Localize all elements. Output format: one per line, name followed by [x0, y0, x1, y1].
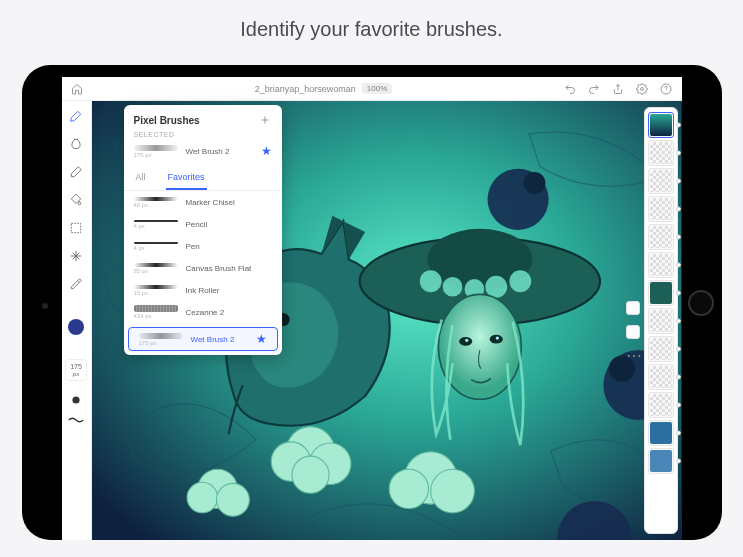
layer-thumb[interactable] [648, 196, 674, 222]
help-icon[interactable] [659, 82, 673, 96]
view-mode-icon[interactable] [626, 325, 640, 339]
smudge-tool-icon[interactable] [67, 135, 85, 153]
svg-point-28 [389, 469, 428, 508]
undo-icon[interactable] [563, 82, 577, 96]
favorite-star-icon[interactable]: ★ [261, 144, 272, 158]
app-screen: 2_brianyap_horsewoman 100% [62, 77, 682, 540]
settings-icon[interactable] [635, 82, 649, 96]
svg-point-31 [187, 482, 218, 513]
eyedropper-tool-icon[interactable] [67, 275, 85, 293]
layer-thumb[interactable] [648, 308, 674, 334]
canvas-side-controls: ⋯ [626, 301, 640, 363]
brush-size-unit: px [73, 371, 79, 377]
redo-icon[interactable] [587, 82, 601, 96]
layer-thumb[interactable] [648, 112, 674, 138]
svg-point-14 [442, 277, 462, 297]
workspace: 175px [62, 101, 682, 540]
canvas[interactable]: Pixel Brushes SELECTED 175 px Wet Brush … [92, 101, 682, 540]
layer-thumb[interactable] [648, 364, 674, 390]
layers-panel [644, 107, 678, 534]
ipad-home-button [688, 290, 714, 316]
add-brush-icon[interactable] [258, 113, 272, 127]
layer-thumb[interactable] [648, 168, 674, 194]
svg-point-22 [495, 336, 498, 339]
brush-row[interactable]: 4 px Pen [124, 235, 282, 257]
zoom-badge[interactable]: 100% [362, 83, 392, 94]
brush-row-selected[interactable]: 175 px Wet Brush 2 ★ [128, 327, 278, 351]
left-toolbar: 175px [62, 101, 92, 540]
tab-all[interactable]: All [134, 166, 148, 190]
layer-thumb[interactable] [648, 224, 674, 250]
brush-size-value: 175 [70, 363, 82, 370]
brush-row[interactable]: 40 px Marker Chisel [124, 191, 282, 213]
svg-point-6 [523, 172, 545, 194]
stroke-shape-wave[interactable] [67, 411, 85, 421]
more-icon[interactable]: ⋯ [626, 349, 640, 363]
ipad-camera [42, 303, 48, 309]
svg-point-0 [641, 87, 644, 90]
svg-point-16 [485, 276, 507, 298]
svg-point-3 [72, 396, 79, 403]
svg-point-29 [430, 469, 474, 513]
svg-rect-2 [71, 223, 80, 232]
color-swatch[interactable] [68, 319, 84, 335]
layer-thumb[interactable] [648, 448, 674, 474]
layer-thumb[interactable] [648, 392, 674, 418]
brush-row[interactable]: 4 px Pencil [124, 213, 282, 235]
svg-point-13 [419, 270, 441, 292]
ipad-frame: 2_brianyap_horsewoman 100% [22, 65, 722, 540]
selected-brush-row[interactable]: 175 px Wet Brush 2 ★ [124, 138, 282, 164]
document-filename: 2_brianyap_horsewoman [255, 84, 356, 94]
brush-thumb: 175 px [134, 144, 178, 158]
transform-tool-icon[interactable] [67, 247, 85, 265]
tab-favorites[interactable]: Favorites [166, 166, 207, 190]
svg-point-32 [216, 483, 249, 516]
layer-thumb[interactable] [648, 280, 674, 306]
brush-panel-title: Pixel Brushes [134, 115, 200, 126]
brush-row[interactable]: 35 px Canvas Brush Flat [124, 257, 282, 279]
brush-tabs: All Favorites [124, 166, 282, 191]
fill-tool-icon[interactable] [67, 191, 85, 209]
brush-tool-icon[interactable] [67, 107, 85, 125]
home-icon[interactable] [70, 82, 84, 96]
brush-size-chip[interactable]: 175px [65, 359, 87, 381]
fullscreen-icon[interactable] [626, 301, 640, 315]
selected-brush-name: Wet Brush 2 [186, 147, 253, 156]
selection-tool-icon[interactable] [67, 219, 85, 237]
eraser-tool-icon[interactable] [67, 163, 85, 181]
brush-popover: Pixel Brushes SELECTED 175 px Wet Brush … [124, 105, 282, 355]
share-icon[interactable] [611, 82, 625, 96]
topbar: 2_brianyap_horsewoman 100% [62, 77, 682, 101]
brush-row[interactable]: 434 px Cezanne 2 [124, 301, 282, 323]
brush-list: 40 px Marker Chisel 4 px Pencil 4 px Pen [124, 191, 282, 355]
brush-row[interactable]: 15 px Ink Roller [124, 279, 282, 301]
stroke-shape-round[interactable] [67, 391, 85, 401]
favorite-star-icon[interactable]: ★ [256, 332, 267, 346]
selected-section-label: SELECTED [124, 131, 282, 138]
layer-thumb[interactable] [648, 140, 674, 166]
svg-point-26 [291, 456, 328, 493]
marketing-headline: Identify your favorite brushes. [0, 18, 743, 41]
layer-thumb[interactable] [648, 336, 674, 362]
svg-point-21 [465, 339, 468, 342]
svg-point-17 [509, 270, 531, 292]
layer-thumb[interactable] [648, 420, 674, 446]
layer-thumb[interactable] [648, 252, 674, 278]
